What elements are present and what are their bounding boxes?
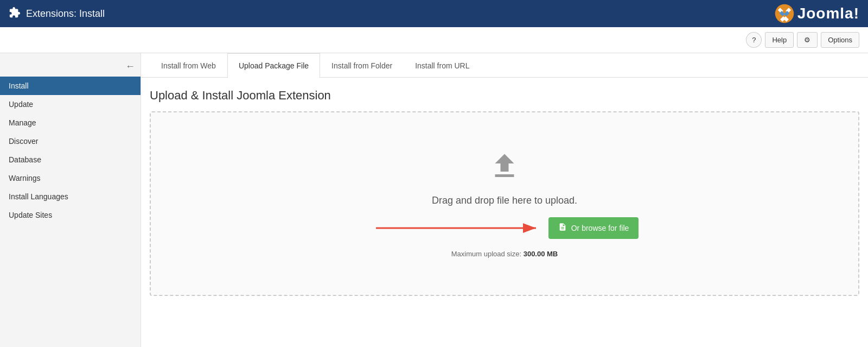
upload-limit-prefix: Maximum upload size: bbox=[451, 250, 521, 258]
tab-upload-package-file[interactable]: Upload Package File bbox=[227, 53, 320, 78]
help-icon-button[interactable]: ? bbox=[746, 32, 762, 48]
file-icon bbox=[558, 223, 567, 234]
browse-area: Or browse for file bbox=[371, 217, 639, 239]
options-label: Options bbox=[828, 36, 852, 44]
header-title: Extensions: Install bbox=[26, 8, 105, 20]
sidebar-toggle-area: ← bbox=[0, 59, 141, 77]
options-button[interactable]: Options bbox=[821, 32, 859, 48]
browse-for-file-button[interactable]: Or browse for file bbox=[548, 217, 639, 239]
header-title-area: Extensions: Install bbox=[9, 7, 105, 21]
help-button[interactable]: Help bbox=[765, 32, 794, 48]
left-arrow-icon: ← bbox=[125, 61, 135, 72]
sidebar: ← Install Update Manage Discover Databas… bbox=[0, 53, 141, 347]
main-content: Install from Web Upload Package File Ins… bbox=[141, 53, 868, 347]
sidebar-item-update-sites[interactable]: Update Sites bbox=[0, 206, 141, 224]
question-icon: ? bbox=[752, 36, 756, 44]
sidebar-collapse-button[interactable]: ← bbox=[125, 61, 135, 72]
app-header: Extensions: Install Joomla! bbox=[0, 0, 868, 27]
joomla-brand-text: Joomla! bbox=[797, 5, 859, 22]
drag-drop-text: Drag and drop file here to upload. bbox=[432, 195, 577, 206]
sidebar-item-install-languages[interactable]: Install Languages bbox=[0, 187, 141, 206]
gear-symbol: ⚙ bbox=[804, 36, 810, 44]
browse-btn-label: Or browse for file bbox=[571, 224, 629, 232]
sidebar-item-discover[interactable]: Discover bbox=[0, 132, 141, 150]
help-label: Help bbox=[772, 36, 787, 44]
tab-install-from-web[interactable]: Install from Web bbox=[150, 53, 227, 78]
arrow-container bbox=[371, 220, 544, 236]
upload-icon bbox=[488, 150, 521, 184]
page-title: Upload & Install Joomla Extension bbox=[150, 89, 859, 103]
sidebar-item-install[interactable]: Install bbox=[0, 77, 141, 95]
upload-limit-text: Maximum upload size: 300.00 MB bbox=[451, 250, 558, 258]
gear-icon[interactable]: ⚙ bbox=[797, 32, 818, 48]
joomla-logo: Joomla! bbox=[775, 4, 859, 23]
tab-bar: Install from Web Upload Package File Ins… bbox=[141, 53, 868, 78]
toolbar: ? Help ⚙ Options bbox=[0, 27, 868, 53]
page-layout: ← Install Update Manage Discover Databas… bbox=[0, 53, 868, 347]
upload-limit-value: 300.00 MB bbox=[524, 250, 558, 258]
sidebar-item-manage[interactable]: Manage bbox=[0, 113, 141, 132]
sidebar-item-database[interactable]: Database bbox=[0, 150, 141, 169]
upload-icon-container bbox=[488, 150, 521, 184]
tab-install-from-url[interactable]: Install from URL bbox=[404, 53, 481, 78]
sidebar-item-warnings[interactable]: Warnings bbox=[0, 169, 141, 187]
tab-install-from-folder[interactable]: Install from Folder bbox=[320, 53, 404, 78]
sidebar-item-update[interactable]: Update bbox=[0, 95, 141, 113]
puzzle-icon bbox=[9, 7, 21, 21]
arrow-icon bbox=[371, 220, 544, 236]
file-drop-zone[interactable]: Drag and drop file here to upload. bbox=[150, 111, 859, 296]
page-content-area: Upload & Install Joomla Extension Drag a… bbox=[141, 78, 868, 307]
